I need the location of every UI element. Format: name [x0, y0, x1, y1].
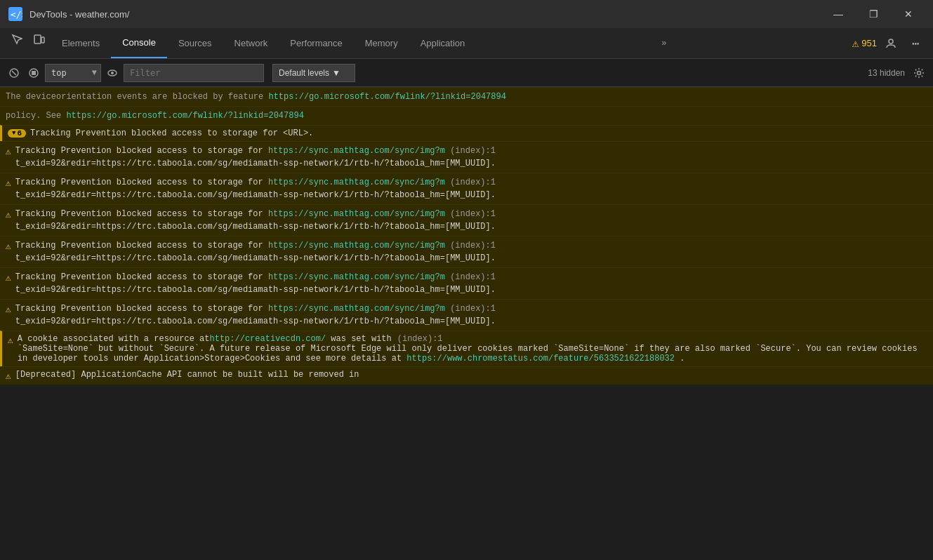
group-text: Tracking Prevention blocked access to st…	[30, 128, 313, 138]
context-select-input[interactable]: top	[45, 64, 101, 82]
partial-text: [Deprecated] ApplicationCache API cannot…	[15, 370, 359, 380]
tab-network[interactable]: Network	[223, 28, 279, 58]
partial-warning-icon: ⚠	[6, 371, 11, 382]
tab-sources[interactable]: Sources	[167, 28, 223, 58]
levels-arrow-icon: ▼	[332, 68, 340, 78]
policy-text: policy. See https://go.microsoft.com/fwl…	[0, 106, 933, 125]
warning-icon: ⚠	[6, 303, 11, 317]
warning-text-3: Tracking Prevention blocked access to st…	[15, 208, 927, 233]
chromestatus-link[interactable]: https://www.chromestatus.com/feature/563…	[406, 354, 675, 364]
bottom-partial-row: ⚠ [Deprecated] ApplicationCache API cann…	[0, 366, 933, 385]
tab-performance[interactable]: Performance	[279, 28, 353, 58]
warning-icon: ⚠	[6, 272, 11, 286]
warning-row: ⚠ Tracking Prevention blocked access to …	[0, 236, 933, 267]
warning-count: 951	[861, 38, 877, 48]
warning-row: ⚠ Tracking Prevention blocked access to …	[0, 173, 933, 204]
warning-link-1[interactable]: https://sync.mathtag.com/sync/img?m	[268, 146, 445, 156]
more-tabs-button[interactable]: »	[656, 28, 672, 58]
eye-icon[interactable]	[104, 65, 121, 81]
warning-link-6[interactable]: https://sync.mathtag.com/sync/img?m	[268, 304, 445, 314]
tab-console[interactable]: Console	[111, 28, 167, 58]
svg-point-4	[889, 39, 893, 44]
svg-rect-2	[34, 35, 41, 44]
user-icon[interactable]	[880, 32, 902, 55]
creativecdn-link[interactable]: http://creativecdn.com/	[209, 334, 326, 344]
svg-rect-8	[32, 71, 36, 75]
svg-text:</>: </>	[11, 9, 22, 20]
warning-text-1: Tracking Prevention blocked access to st…	[15, 145, 927, 170]
title-bar: </> DevTools - weather.com/ — ❐ ✕	[0, 0, 933, 28]
warning-link-4[interactable]: https://sync.mathtag.com/sync/img?m	[268, 241, 445, 251]
cookie-location: (index):1	[397, 334, 443, 344]
inspect-pointer-icon[interactable]	[6, 28, 28, 51]
warning-icon: ⚠	[6, 177, 11, 191]
tab-memory[interactable]: Memory	[354, 28, 409, 58]
warning-row: ⚠ Tracking Prevention blocked access to …	[0, 204, 933, 236]
tabs-bar: Elements Console Sources Network Perform…	[0, 28, 933, 59]
stop-recording-button[interactable]	[25, 65, 42, 81]
console-content[interactable]: The deviceorientation events are blocked…	[0, 87, 933, 560]
warning-text-4: Tracking Prevention blocked access to st…	[15, 239, 927, 265]
truncated-message: The deviceorientation events are blocked…	[0, 87, 933, 106]
warning-icon: ⚠	[6, 240, 11, 254]
log-levels-button[interactable]: Default levels ▼	[272, 64, 355, 82]
device-toolbar-icon[interactable]	[28, 28, 51, 51]
group-badge: ▼ 6	[8, 129, 26, 138]
warning-group-header[interactable]: ▼ 6 Tracking Prevention blocked access t…	[0, 125, 933, 141]
cookie-warning-text: A cookie associated with a resource at h…	[18, 334, 927, 364]
window-controls: — ❐ ✕	[822, 3, 925, 25]
warning-triangle-icon: ⚠	[852, 36, 859, 51]
svg-point-11	[918, 71, 921, 74]
hidden-count: 13 hidden	[868, 65, 927, 81]
close-button[interactable]: ✕	[892, 3, 925, 25]
window-title: DevTools - weather.com/	[29, 9, 129, 20]
more-options-icon[interactable]: ⋯	[905, 32, 927, 55]
warning-row: ⚠ Tracking Prevention blocked access to …	[0, 299, 933, 331]
cookie-warning-icon: ⚠	[8, 335, 13, 346]
warning-icon: ⚠	[6, 145, 11, 159]
svg-rect-3	[41, 37, 44, 43]
title-bar-left: </> DevTools - weather.com/	[8, 7, 129, 21]
minimize-button[interactable]: —	[822, 3, 854, 25]
policy-link[interactable]: https://go.microsoft.com/fwlink/?linkid=…	[268, 92, 505, 102]
warning-icon: ⚠	[6, 208, 11, 222]
warning-row: ⚠ Tracking Prevention blocked access to …	[0, 267, 933, 299]
warning-text-6: Tracking Prevention blocked access to st…	[15, 302, 927, 328]
filter-input[interactable]	[124, 64, 264, 82]
svg-line-6	[12, 71, 16, 75]
warning-text-2: Tracking Prevention blocked access to st…	[15, 176, 927, 201]
policy-link-2[interactable]: https://go.microsoft.com/fwlink/?linkid=…	[66, 111, 303, 121]
cookie-warning-row: ⚠ A cookie associated with a resource at…	[0, 331, 933, 366]
context-selector[interactable]: top ▼	[45, 64, 101, 82]
tab-application[interactable]: Application	[409, 28, 477, 58]
warning-text-5: Tracking Prevention blocked access to st…	[15, 271, 927, 296]
devtools-icon: </>	[8, 7, 22, 21]
console-toolbar: top ▼ Default levels ▼ 13 hidden	[0, 59, 933, 87]
warning-link-5[interactable]: https://sync.mathtag.com/sync/img?m	[268, 272, 445, 282]
warning-link-2[interactable]: https://sync.mathtag.com/sync/img?m	[268, 178, 445, 187]
svg-point-10	[111, 72, 114, 74]
warning-row: ⚠ Tracking Prevention blocked access to …	[0, 141, 933, 173]
settings-icon[interactable]	[911, 65, 927, 81]
clear-console-button[interactable]	[6, 65, 22, 81]
tab-elements[interactable]: Elements	[51, 28, 111, 58]
maximize-button[interactable]: ❐	[857, 3, 889, 25]
warning-link-3[interactable]: https://sync.mathtag.com/sync/img?m	[268, 209, 445, 219]
